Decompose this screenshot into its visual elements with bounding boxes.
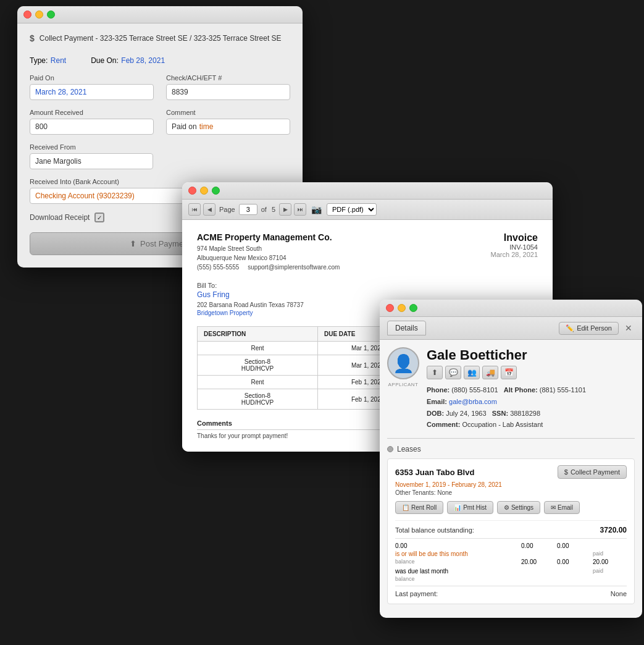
person-top-section: 👤 APPLICANT Gale Boetticher ⬆ 💬 👥 🚚 📅 Ph…	[387, 347, 635, 431]
pdf-minimize-button[interactable]	[200, 187, 208, 195]
person-titlebar	[380, 300, 642, 317]
comment-row: Comment: Occupation - Lab Assistant	[427, 419, 635, 431]
person-info: Gale Boetticher ⬆ 💬 👥 🚚 📅 Phone: (880) 5…	[427, 347, 635, 431]
company-addr2: Albuquerque New Mexico 87104	[197, 253, 340, 263]
message-button[interactable]: 💬	[445, 366, 461, 379]
company-contact: (555) 555-5555 support@simplerentsoftwar…	[197, 263, 340, 272]
lease-tenants: Other Tenants: None	[395, 489, 627, 496]
rent-roll-label: Rent Roll	[411, 504, 437, 511]
lease-dates: November 1, 2019 - February 28, 2021	[395, 481, 627, 488]
pdf-of-label: of	[261, 206, 267, 213]
close-button[interactable]	[23, 11, 31, 19]
total-balance-label: Total balance outstanding:	[395, 526, 474, 534]
lease-address-row: 6353 Juan Tabo Blvd $ Collect Payment	[395, 465, 627, 479]
pdf-prev-page-button[interactable]: ◀	[203, 203, 215, 216]
person-window-close[interactable]: ✕	[622, 322, 635, 334]
collect-payment-button[interactable]: $ Collect Payment	[558, 465, 627, 479]
balance-section: Total balance outstanding: 3720.00 0.00 …	[395, 520, 627, 597]
comment-prefix: Paid on	[172, 122, 197, 131]
person-comment-value: Occupation - Lab Assistant	[462, 421, 543, 428]
type-label: Type:	[30, 56, 48, 65]
leases-section: Leases 6353 Juan Tabo Blvd $ Collect Pay…	[387, 438, 635, 604]
pmt-hist-button[interactable]: 📊 Pmt Hist	[447, 501, 493, 514]
email-row: Email: gale@brba.com	[427, 396, 635, 408]
type-due-row: Type: Rent Due On: Feb 28, 2021	[30, 54, 290, 65]
balance-header2: balance	[395, 576, 516, 582]
edit-person-label: Edit Person	[577, 324, 612, 332]
traffic-lights	[23, 11, 55, 19]
person-minimize-button[interactable]	[398, 304, 406, 312]
paid-header: paid	[593, 550, 627, 557]
dob-ssn-row: DOB: July 24, 1963 SSN: 38818298	[427, 408, 635, 419]
download-receipt-checkbox[interactable]: ✓	[94, 213, 104, 222]
invoice-date: March 28, 2021	[491, 251, 538, 258]
person-name: Gale Boetticher	[427, 347, 635, 363]
pdf-next-page-button[interactable]: ▶	[279, 203, 291, 216]
settings-label: Settings	[511, 504, 533, 511]
total-balance-amount: 3720.00	[600, 526, 627, 534]
dollar-sign-icon: $	[564, 468, 568, 476]
applicant-badge: APPLICANT	[388, 382, 419, 387]
edit-person-button[interactable]: ✏️ Edit Person	[559, 322, 619, 335]
balance-total-row: Total balance outstanding: 3720.00	[395, 526, 627, 534]
minimize-button[interactable]	[35, 11, 43, 19]
person-close-button[interactable]	[386, 304, 394, 312]
settings-button[interactable]: ⚙ Settings	[497, 501, 540, 514]
collect-payment-title: Collect Payment - 323-325 Terrace Street…	[40, 34, 282, 43]
pdf-page-input[interactable]	[239, 204, 257, 215]
person-details-text: Phone: (880) 555-8101 Alt Phone: (881) 5…	[427, 384, 635, 431]
check-label: Check/ACH/EFT #	[166, 74, 290, 82]
received-from-input[interactable]	[30, 153, 153, 169]
this-month-amount: 0.00	[395, 542, 516, 549]
header-buttons: ✏️ Edit Person ✕	[559, 322, 635, 335]
other-tenants-label: Other Tenants:	[395, 489, 435, 496]
dob-label: DOB:	[427, 410, 444, 417]
rent-roll-button[interactable]: 📋 Rent Roll	[395, 501, 443, 514]
balance-grid: 0.00 0.00 0.00 is or will be due this mo…	[395, 542, 627, 582]
paid-on-input[interactable]	[30, 84, 154, 100]
pdf-titlebar	[182, 182, 553, 200]
comment-input-display[interactable]: Paid on time	[166, 119, 290, 135]
truck-button[interactable]: 🚚	[482, 366, 498, 379]
pdf-format-select[interactable]: PDF (.pdf)	[327, 203, 377, 216]
phone-value: (880) 555-8101	[451, 386, 498, 394]
pdf-first-page-button[interactable]: ⏮	[188, 203, 201, 216]
company-phone: (555) 555-5555	[197, 264, 239, 271]
paid-on-label: Paid On	[30, 74, 154, 82]
comment-label: Comment	[166, 109, 290, 116]
pdf-last-page-button[interactable]: ⏭	[294, 203, 306, 216]
person-maximize-button[interactable]	[409, 304, 417, 312]
maximize-button[interactable]	[47, 11, 55, 19]
amount-group: Amount Received	[30, 109, 154, 135]
received-into-input[interactable]	[30, 188, 184, 204]
phone-label: Phone:	[427, 386, 450, 394]
dob-value: July 24, 1963	[446, 410, 486, 417]
email-button[interactable]: ✉ Email	[544, 501, 580, 514]
ssn-value: 38818298	[510, 410, 540, 417]
table-header-description: DESCRIPTION	[198, 327, 318, 342]
alt-phone-label: Alt Phone:	[504, 386, 538, 394]
received-from-label: Received From	[30, 143, 290, 151]
row4-desc: Section-8HUD/HCVP	[198, 389, 318, 410]
pdf-maximize-button[interactable]	[212, 187, 220, 195]
due-on-label: Due On:	[91, 56, 119, 65]
pmt-hist-icon: 📊	[454, 504, 461, 511]
company-info: ACME Property Management Co. 974 Maple S…	[197, 232, 340, 272]
calendar-button[interactable]: 📅	[501, 366, 517, 379]
pdf-toolbar: ⏮ ◀ Page of 5 ▶ ⏭ 📷 PDF (.pdf)	[182, 200, 553, 220]
group-button[interactable]: 👥	[464, 366, 480, 379]
last-month-balance: 20.00	[593, 559, 627, 565]
pdf-close-button[interactable]	[188, 187, 196, 195]
upload-person-button[interactable]: ⬆	[427, 366, 443, 379]
person-header-bar: Details ✏️ Edit Person ✕	[380, 317, 642, 340]
check-input[interactable]	[166, 84, 290, 100]
details-tab[interactable]: Details	[387, 321, 426, 335]
amount-input[interactable]	[30, 119, 154, 135]
collect-payment-titlebar	[17, 6, 303, 23]
settings-icon: ⚙	[504, 504, 509, 511]
invoice-header: ACME Property Management Co. 974 Maple S…	[197, 232, 538, 272]
email-field-label: Email:	[427, 398, 447, 405]
row1-desc: Rent	[198, 342, 318, 355]
lease-card: 6353 Juan Tabo Blvd $ Collect Payment No…	[387, 458, 635, 604]
invoice-label: Invoice	[491, 232, 538, 243]
